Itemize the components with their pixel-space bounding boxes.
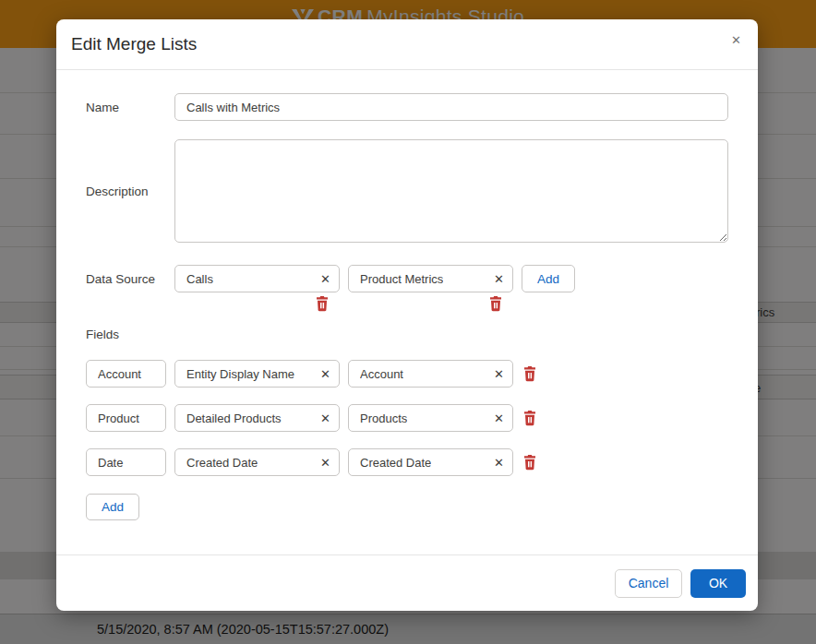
edit-merge-lists-modal: Edit Merge Lists ✕ Name Description Data…: [56, 19, 758, 611]
close-icon[interactable]: ✕: [731, 34, 741, 46]
delete-field-trash-icon[interactable]: [523, 455, 536, 471]
field-target-combobox[interactable]: Products ✕: [348, 404, 513, 432]
delete-data-source-1-trash-icon[interactable]: [316, 296, 329, 312]
clear-icon[interactable]: ✕: [490, 368, 504, 380]
field-name-input[interactable]: [86, 360, 166, 388]
data-source-value-2: Product Metrics: [360, 272, 443, 286]
field-source-value: Entity Display Name: [186, 367, 294, 381]
data-source-trash-row: [174, 296, 728, 312]
delete-field-trash-icon[interactable]: [523, 411, 536, 426]
field-target-value: Created Date: [360, 456, 431, 470]
field-row-account: Entity Display Name ✕ Account ✕: [86, 360, 728, 388]
delete-field-trash-icon[interactable]: [523, 366, 536, 382]
clear-icon[interactable]: ✕: [317, 457, 330, 469]
field-target-value: Account: [360, 367, 403, 381]
clear-icon[interactable]: ✕: [317, 273, 330, 285]
data-source-label: Data Source: [86, 272, 174, 286]
field-name-input[interactable]: [86, 448, 166, 476]
field-name-input[interactable]: [86, 404, 166, 432]
fields-label: Fields: [86, 328, 728, 341]
ok-button[interactable]: OK: [690, 569, 746, 598]
data-source-combobox-2[interactable]: Product Metrics ✕: [348, 265, 513, 292]
name-input[interactable]: [174, 93, 728, 121]
add-field-button[interactable]: Add: [86, 494, 139, 520]
field-source-value: Created Date: [186, 456, 258, 470]
description-label: Description: [86, 185, 174, 198]
name-row: Name: [86, 93, 728, 121]
name-label: Name: [86, 101, 174, 114]
modal-header: Edit Merge Lists ✕: [56, 19, 758, 70]
data-source-combobox-1[interactable]: Calls ✕: [174, 265, 340, 292]
data-source-value-1: Calls: [186, 272, 213, 286]
field-target-combobox[interactable]: Account ✕: [348, 360, 513, 388]
cancel-button[interactable]: Cancel: [615, 569, 682, 598]
add-data-source-button[interactable]: Add: [522, 265, 575, 292]
clear-icon[interactable]: ✕: [490, 273, 504, 285]
clear-icon[interactable]: ✕: [490, 412, 504, 424]
clear-icon[interactable]: ✕: [317, 412, 330, 424]
delete-data-source-2-trash-icon[interactable]: [489, 296, 502, 312]
description-row: Description: [86, 139, 728, 243]
field-target-value: Products: [360, 411, 407, 425]
field-row-date: Created Date ✕ Created Date ✕: [86, 448, 728, 476]
field-source-combobox[interactable]: Detailed Products ✕: [174, 404, 340, 432]
screen: CRM MyInsights Studio rics e 5/15/2020, …: [0, 0, 816, 644]
field-row-product: Detailed Products ✕ Products ✕: [86, 404, 728, 432]
modal-title: Edit Merge Lists: [71, 34, 197, 54]
field-target-combobox[interactable]: Created Date ✕: [348, 448, 513, 476]
description-input[interactable]: [174, 139, 728, 243]
field-source-combobox[interactable]: Created Date ✕: [174, 448, 340, 476]
data-source-row: Data Source Calls ✕ Product Metrics ✕ Ad…: [86, 265, 728, 292]
modal-footer: Cancel OK: [56, 555, 758, 611]
clear-icon[interactable]: ✕: [490, 457, 504, 469]
modal-body: Name Description Data Source Calls ✕ Pro…: [56, 70, 758, 520]
field-source-combobox[interactable]: Entity Display Name ✕: [174, 360, 340, 388]
clear-icon[interactable]: ✕: [317, 368, 330, 380]
field-source-value: Detailed Products: [186, 411, 282, 425]
